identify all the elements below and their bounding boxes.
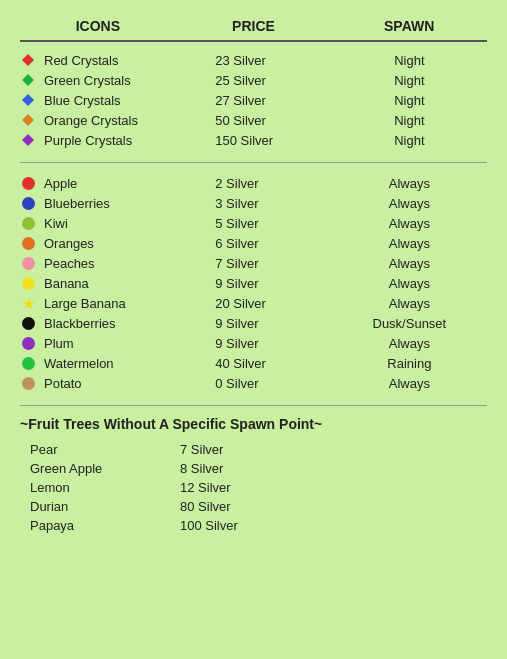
- fruit-trees-section: Pear 7 Silver Green Apple 8 Silver Lemon…: [20, 440, 487, 535]
- item-name: Large Banana: [44, 296, 126, 311]
- item-spawn: Night: [332, 93, 487, 108]
- item-price: 20 Silver: [175, 296, 331, 311]
- fruits-section: Apple 2 Silver Always Blueberries 3 Silv…: [20, 173, 487, 393]
- item-name: Durian: [20, 499, 180, 514]
- item-spawn: Night: [332, 113, 487, 128]
- table-row: Apple 2 Silver Always: [20, 173, 487, 193]
- table-row: Watermelon 40 Silver Raining: [20, 353, 487, 373]
- item-price: 80 Silver: [180, 499, 340, 514]
- table-row: Red Crystals 23 Silver Night: [20, 50, 487, 70]
- icon-name-cell: Purple Crystals: [20, 132, 175, 148]
- item-spawn: Always: [332, 216, 487, 231]
- item-price: 8 Silver: [180, 461, 340, 476]
- header-spawn: SPAWN: [331, 18, 487, 34]
- item-name: Pear: [20, 442, 180, 457]
- item-name: Oranges: [44, 236, 94, 251]
- item-spawn: Dusk/Sunset: [332, 316, 487, 331]
- table-row: Green Crystals 25 Silver Night: [20, 70, 487, 90]
- item-price: 40 Silver: [175, 356, 331, 371]
- item-name: Lemon: [20, 480, 180, 495]
- item-icon: [20, 355, 36, 371]
- table-row: Oranges 6 Silver Always: [20, 233, 487, 253]
- item-name: Green Apple: [20, 461, 180, 476]
- diamond-icon: [22, 54, 34, 66]
- diamond-icon: [22, 74, 34, 86]
- table-row: ★ Large Banana 20 Silver Always: [20, 293, 487, 313]
- item-price: 12 Silver: [180, 480, 340, 495]
- table-row: Kiwi 5 Silver Always: [20, 213, 487, 233]
- item-icon: [20, 195, 36, 211]
- table-row: Orange Crystals 50 Silver Night: [20, 110, 487, 130]
- item-price: 0 Silver: [175, 376, 331, 391]
- item-price: 9 Silver: [175, 336, 331, 351]
- item-price: 6 Silver: [175, 236, 331, 251]
- item-price: 7 Silver: [175, 256, 331, 271]
- circle-icon: [22, 237, 35, 250]
- table-row: Pear 7 Silver: [20, 440, 487, 459]
- item-price: 150 Silver: [175, 133, 331, 148]
- item-icon: [20, 112, 36, 128]
- item-spawn: Night: [332, 133, 487, 148]
- item-icon: [20, 175, 36, 191]
- header-price: PRICE: [176, 18, 332, 34]
- table-row: Green Apple 8 Silver: [20, 459, 487, 478]
- item-name: Plum: [44, 336, 74, 351]
- item-icon: [20, 92, 36, 108]
- fruit-tree-header: ~Fruit Trees Without A Specific Spawn Po…: [20, 416, 487, 432]
- icon-name-cell: Blackberries: [20, 315, 175, 331]
- item-name: Red Crystals: [44, 53, 118, 68]
- item-icon: [20, 215, 36, 231]
- circle-icon: [22, 217, 35, 230]
- item-price: 100 Silver: [180, 518, 340, 533]
- item-spawn: Always: [332, 376, 487, 391]
- item-spawn: Always: [332, 296, 487, 311]
- header-icons: ICONS: [20, 18, 176, 34]
- item-name: Papaya: [20, 518, 180, 533]
- item-name: Orange Crystals: [44, 113, 138, 128]
- table-row: Blueberries 3 Silver Always: [20, 193, 487, 213]
- main-container: ICONS PRICE SPAWN Red Crystals 23 Silver…: [0, 0, 507, 555]
- icon-name-cell: Banana: [20, 275, 175, 291]
- item-spawn: Always: [332, 256, 487, 271]
- item-name: Watermelon: [44, 356, 114, 371]
- item-icon: [20, 375, 36, 391]
- diamond-icon: [22, 94, 34, 106]
- divider-1: [20, 162, 487, 163]
- table-row: Blue Crystals 27 Silver Night: [20, 90, 487, 110]
- icon-name-cell: Blue Crystals: [20, 92, 175, 108]
- table-row: Blackberries 9 Silver Dusk/Sunset: [20, 313, 487, 333]
- item-spawn: Always: [332, 196, 487, 211]
- item-price: 5 Silver: [175, 216, 331, 231]
- item-spawn: Night: [332, 73, 487, 88]
- item-name: Purple Crystals: [44, 133, 132, 148]
- circle-icon: [22, 277, 35, 290]
- item-spawn: Always: [332, 276, 487, 291]
- icon-name-cell: Peaches: [20, 255, 175, 271]
- item-icon: [20, 315, 36, 331]
- table-row: Banana 9 Silver Always: [20, 273, 487, 293]
- item-icon: [20, 72, 36, 88]
- item-spawn: Night: [332, 53, 487, 68]
- divider-2: [20, 405, 487, 406]
- item-name: Green Crystals: [44, 73, 131, 88]
- icon-name-cell: Kiwi: [20, 215, 175, 231]
- table-row: Purple Crystals 150 Silver Night: [20, 130, 487, 150]
- table-row: Plum 9 Silver Always: [20, 333, 487, 353]
- item-icon: [20, 235, 36, 251]
- icon-name-cell: Watermelon: [20, 355, 175, 371]
- circle-icon: [22, 177, 35, 190]
- crystals-section: Red Crystals 23 Silver Night Green Cryst…: [20, 50, 487, 150]
- circle-icon: [22, 257, 35, 270]
- item-price: 23 Silver: [175, 53, 331, 68]
- item-icon: [20, 132, 36, 148]
- table-row: Peaches 7 Silver Always: [20, 253, 487, 273]
- item-icon: [20, 52, 36, 68]
- diamond-icon: [22, 114, 34, 126]
- icon-name-cell: Orange Crystals: [20, 112, 175, 128]
- circle-icon: [22, 337, 35, 350]
- icon-name-cell: Blueberries: [20, 195, 175, 211]
- item-icon: [20, 275, 36, 291]
- star-icon: ★: [22, 296, 35, 311]
- table-header: ICONS PRICE SPAWN: [20, 18, 487, 42]
- item-icon: [20, 335, 36, 351]
